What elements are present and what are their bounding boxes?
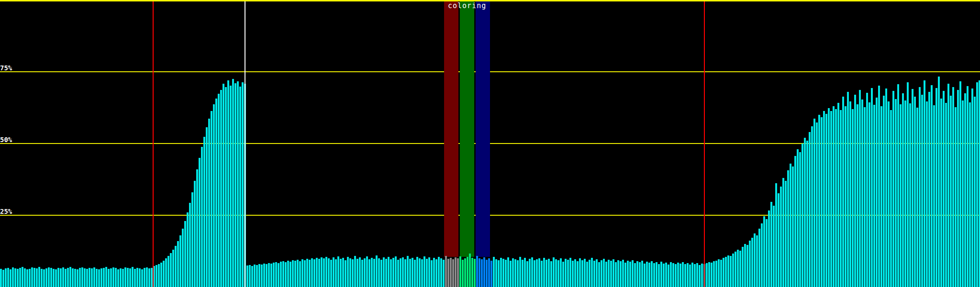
histogram-bar xyxy=(81,267,83,287)
histogram-bar xyxy=(790,164,791,287)
histogram-bar xyxy=(433,258,435,287)
histogram-bar xyxy=(450,258,452,287)
histogram-bar xyxy=(974,97,976,287)
histogram-bar xyxy=(562,262,564,287)
histogram-bar xyxy=(758,229,760,287)
histogram-bar xyxy=(251,266,253,287)
histogram-bar xyxy=(861,99,863,287)
histogram-bar xyxy=(57,268,59,287)
histogram-bar xyxy=(414,260,416,287)
histogram-bar xyxy=(177,241,179,287)
histogram-bar xyxy=(971,88,973,287)
histogram-bar xyxy=(735,252,736,287)
histogram-bar xyxy=(373,259,375,287)
histogram-bar xyxy=(416,257,418,287)
histogram-bar xyxy=(50,268,52,287)
histogram-bar xyxy=(802,144,803,287)
histogram-bar xyxy=(345,260,346,287)
histogram-bar xyxy=(620,261,622,287)
histogram-bar xyxy=(574,259,576,287)
histogram-bar xyxy=(809,132,811,287)
histogram-bar xyxy=(873,105,875,287)
histogram-bar xyxy=(309,260,311,287)
histogram-bar xyxy=(313,259,315,287)
histogram-bar xyxy=(208,119,210,287)
histogram-bar xyxy=(426,259,428,287)
histogram-bar xyxy=(435,259,437,287)
histogram-bar xyxy=(866,93,868,287)
histogram-bar xyxy=(663,264,665,287)
histogram-bar xyxy=(648,263,650,287)
histogram-bar xyxy=(431,260,433,287)
histogram-bar xyxy=(825,114,827,287)
y-tick-label-50: 50% xyxy=(0,136,12,143)
histogram-bar xyxy=(93,267,95,287)
histogram-bar xyxy=(931,85,933,287)
histogram-bar xyxy=(7,268,9,287)
histogram-bar xyxy=(409,259,411,287)
histogram-bar xyxy=(481,259,483,287)
histogram-bar xyxy=(804,138,806,287)
histogram-bar xyxy=(232,79,234,287)
histogram-bar xyxy=(354,256,356,287)
histogram-bar xyxy=(727,255,729,287)
histogram-bar xyxy=(610,261,612,287)
histogram-bar xyxy=(474,259,476,287)
histogram-bar xyxy=(261,265,263,287)
histogram-bar xyxy=(263,264,265,287)
histogram-bar xyxy=(878,86,880,287)
histogram-bar xyxy=(55,269,57,287)
histogram-bar xyxy=(223,84,224,287)
histogram-bar xyxy=(682,262,684,287)
histogram-bar xyxy=(553,257,555,287)
histogram-bar xyxy=(548,259,550,287)
histogram-bar xyxy=(215,99,217,287)
histogram-bar xyxy=(715,261,717,287)
histogram-bar xyxy=(615,262,617,287)
histogram-bar xyxy=(33,268,35,287)
histogram-bar xyxy=(191,192,193,287)
white-marker xyxy=(245,1,245,287)
histogram-bar xyxy=(706,263,708,287)
histogram-bar xyxy=(471,258,473,287)
histogram-bar xyxy=(677,263,679,287)
histogram-bar xyxy=(333,257,334,287)
histogram-bar xyxy=(452,259,454,287)
histogram-bar xyxy=(644,264,646,287)
histogram-bar xyxy=(589,260,590,287)
histogram-chart: coloring 75%50%25% xyxy=(0,0,980,287)
histogram-bar xyxy=(493,257,495,287)
histogram-bar xyxy=(572,261,574,287)
red-marker-1 xyxy=(153,1,154,287)
histogram-bar xyxy=(651,261,653,287)
histogram-bar xyxy=(821,117,823,287)
histogram-bar xyxy=(316,258,318,287)
histogram-bar xyxy=(132,267,134,287)
histogram-bar xyxy=(469,254,471,287)
histogram-bar xyxy=(29,269,31,287)
histogram-bar xyxy=(909,103,911,287)
histogram-bar xyxy=(258,264,260,287)
histogram-bar xyxy=(242,82,244,287)
histogram-bar xyxy=(26,269,28,287)
histogram-bar xyxy=(768,210,770,287)
histogram-bar xyxy=(560,258,562,287)
histogram-bar xyxy=(14,268,16,287)
histogram-bar xyxy=(280,262,282,287)
histogram-bar xyxy=(323,258,325,287)
histogram-bar xyxy=(672,263,674,287)
histogram-bar xyxy=(538,258,540,287)
histogram-bar xyxy=(584,259,586,287)
histogram-bar xyxy=(586,262,588,287)
histogram-bar xyxy=(187,212,189,287)
histogram-bar xyxy=(254,265,256,287)
histogram-bar xyxy=(342,258,344,287)
histogram-bar xyxy=(632,260,634,287)
histogram-bar xyxy=(935,88,937,287)
histogram-bar xyxy=(646,262,648,287)
histogram-bar xyxy=(390,259,392,287)
histogram-bar xyxy=(957,90,959,287)
histogram-bar xyxy=(72,268,74,287)
histogram-bar xyxy=(325,257,327,287)
histogram-bar xyxy=(213,104,215,287)
